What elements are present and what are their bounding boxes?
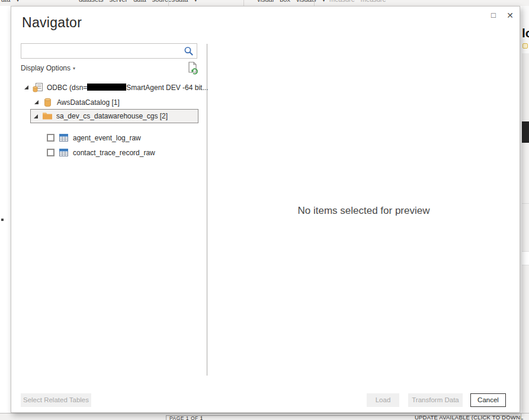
tree-row-label: ODBC (dsn=SmartAgent DEV -64 bit... xyxy=(47,84,208,92)
database-icon xyxy=(43,97,53,108)
tree-row-label: agent_event_log_raw xyxy=(73,134,141,142)
background-canvas-edge: lo xyxy=(522,6,529,413)
chevron-down-icon: ▾ xyxy=(73,66,75,71)
expanded-triangle-icon[interactable] xyxy=(24,85,28,89)
tree-row-label: contact_trace_record_raw xyxy=(73,149,155,157)
search-box xyxy=(21,43,197,59)
ribbon-separator xyxy=(314,0,315,6)
tree-row-label: AwsDataCatalog [1] xyxy=(57,98,120,107)
navigation-tree: ODBC (dsn=SmartAgent DEV -64 bit... AwsD… xyxy=(11,80,207,110)
background-dot xyxy=(1,219,4,221)
tree-row-label: sa_dev_cs_datawarehouse_cgs [2] xyxy=(56,112,168,120)
background-panel xyxy=(522,143,529,413)
navigator-dialog: □ ✕ Navigator Display Options▾ xyxy=(11,6,520,413)
divider xyxy=(166,415,166,420)
page-title: Navigator xyxy=(22,15,82,31)
maximize-button[interactable]: □ xyxy=(486,9,501,22)
expanded-triangle-icon[interactable] xyxy=(34,100,39,104)
expanded-triangle-icon[interactable] xyxy=(34,114,38,118)
ribbon-fragment: data ▾ xyxy=(175,0,197,4)
transform-data-button[interactable]: Transform Data xyxy=(408,393,463,407)
ribbon-fragment: datasets server data sources xyxy=(79,0,175,3)
ribbon-separator xyxy=(243,0,244,6)
background-panel xyxy=(522,53,529,121)
display-options-dropdown[interactable]: Display Options▾ xyxy=(21,64,75,72)
table-icon xyxy=(59,133,69,143)
table-icon xyxy=(59,148,69,158)
ribbon-fragment: ata ▾ xyxy=(1,0,20,4)
background-ribbon: ata ▾ datasets server data sources data … xyxy=(0,0,529,6)
checkbox-unchecked[interactable] xyxy=(47,149,54,156)
refresh-icon[interactable] xyxy=(187,61,198,75)
tree-row-odbc-source[interactable]: ODBC (dsn=SmartAgent DEV -64 bit... xyxy=(11,80,207,95)
update-notice: UPDATE AVAILABLE (CLICK TO DOWNL xyxy=(415,414,523,420)
scrollbar-thumb xyxy=(522,121,529,143)
load-button[interactable]: Load xyxy=(367,393,399,407)
page-indicator: PAGE 1 OF 1 xyxy=(169,415,203,420)
select-related-tables-button[interactable]: Select Related Tables xyxy=(21,393,91,407)
cancel-button[interactable]: Cancel xyxy=(470,393,506,407)
search-input[interactable] xyxy=(24,44,182,57)
checkbox-unchecked[interactable] xyxy=(47,134,54,142)
ribbon-fragment: measure measure xyxy=(329,0,386,3)
tree-row-schema-selected[interactable]: sa_dev_cs_datawarehouse_cgs [2] xyxy=(30,109,198,123)
redacted-text xyxy=(87,84,126,91)
divider xyxy=(522,203,529,204)
ribbon-fragment: visual box visuals ▾ xyxy=(257,0,325,4)
search-icon[interactable] xyxy=(184,46,194,56)
odbc-source-icon xyxy=(33,82,43,93)
background-statusbar: PAGE 1 OF 1 UPDATE AVAILABLE (CLICK TO D… xyxy=(0,413,529,420)
divider xyxy=(521,413,521,420)
folder-icon xyxy=(42,111,53,121)
close-button[interactable]: ✕ xyxy=(503,9,517,22)
tree-row-table[interactable]: agent_event_log_raw xyxy=(11,130,207,145)
canvas-text-fragment: lo xyxy=(522,26,529,40)
tree-row-catalog[interactable]: AwsDataCatalog [1] xyxy=(11,95,207,110)
ribbon-separator xyxy=(168,0,169,6)
display-options-label: Display Options xyxy=(21,64,70,72)
background-panel xyxy=(522,251,529,265)
preview-empty-message: No items selected for preview xyxy=(207,205,520,217)
tree-row-table[interactable]: contact_trace_record_raw xyxy=(11,145,207,160)
warning-icon xyxy=(522,43,528,49)
